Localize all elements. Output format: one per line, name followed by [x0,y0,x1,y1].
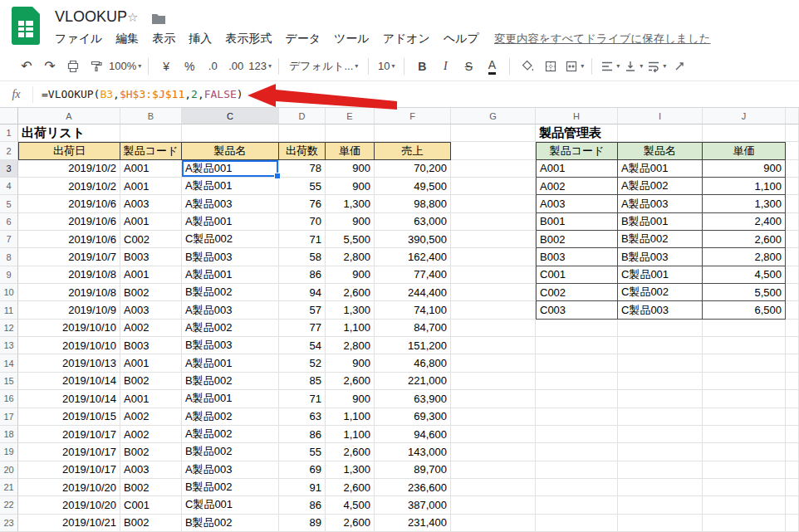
decrease-decimal-button[interactable]: .0 [202,56,223,76]
increase-decimal-button[interactable]: .00 [225,56,247,76]
cell-E14[interactable]: 900 [326,354,375,372]
fill-color-button[interactable] [517,56,538,76]
cell-I9[interactable]: C製品001 [618,266,703,284]
cell-E10[interactable]: 2,600 [326,284,375,301]
cell-A12[interactable]: 2019/10/10 [18,320,120,337]
cell-D8[interactable]: 58 [279,248,326,266]
cell-F4[interactable]: 49,500 [375,178,451,195]
cell-C6[interactable]: A製品001 [182,213,279,231]
cell-E21[interactable]: 2,600 [326,479,375,496]
cell-B23[interactable]: B002 [120,515,182,532]
cell-G1[interactable] [451,124,536,142]
row-header-21[interactable]: 21 [0,479,18,496]
cell-D2[interactable]: 出荷数 [279,142,326,159]
cell-G9[interactable] [451,266,536,284]
cell-A3[interactable]: 2019/10/2 [18,160,120,178]
cell-J10[interactable]: 5,500 [703,284,786,301]
cell-D21[interactable]: 91 [279,479,326,496]
cell-J7[interactable]: 2,600 [703,231,786,248]
cell-B8[interactable]: B003 [120,248,182,266]
cell-I12[interactable] [618,320,703,337]
cell-A5[interactable]: 2019/10/6 [18,195,120,212]
menu-edit[interactable]: 編集 [109,30,145,48]
cell-G11[interactable] [451,301,536,319]
cell-G8[interactable] [451,248,536,266]
cell-H8[interactable]: B003 [536,248,618,266]
cell-H23[interactable] [536,515,618,532]
cell-B5[interactable]: A003 [120,195,182,212]
cell-F15[interactable]: 221,000 [375,373,451,390]
cell-F23[interactable]: 231,400 [375,515,451,532]
cell-G6[interactable] [451,213,536,231]
cell-C21[interactable]: B製品002 [182,479,279,496]
cell-F1[interactable] [375,124,451,142]
cell-C19[interactable]: B製品002 [182,443,279,461]
cell-B13[interactable]: B003 [120,337,182,354]
text-color-button[interactable]: A [488,58,496,75]
cell-H1[interactable]: 製品管理表 [536,124,618,142]
cell-C17[interactable]: A製品002 [182,408,279,426]
cell-I14[interactable] [618,354,703,372]
cell-H12[interactable] [536,320,618,337]
cell-I18[interactable] [618,426,703,443]
cell-A6[interactable]: 2019/10/6 [18,213,120,231]
cell-F11[interactable]: 74,100 [375,301,451,319]
cell-I20[interactable] [618,461,703,479]
cell-F6[interactable]: 63,000 [375,213,451,231]
cell-A23[interactable]: 2019/10/21 [18,515,120,532]
cell-F3[interactable]: 70,200 [375,160,451,178]
row-header-8[interactable]: 8 [0,248,18,266]
document-title[interactable]: VLOOKUP [55,8,127,26]
cell-D13[interactable]: 54 [279,337,326,354]
star-icon[interactable]: ☆ [127,10,138,25]
menu-data[interactable]: データ [278,30,327,48]
cell-G23[interactable] [451,515,536,532]
cell-B1[interactable] [120,124,182,142]
cell-D5[interactable]: 76 [279,195,326,212]
cell-E12[interactable]: 1,100 [326,320,375,337]
cell-F19[interactable]: 143,000 [375,443,451,461]
cell-D23[interactable]: 89 [279,515,326,532]
cell-E13[interactable]: 2,800 [326,337,375,354]
cell-J22[interactable] [703,496,786,514]
print-button[interactable] [62,56,84,76]
cell-C13[interactable]: B製品003 [182,337,279,354]
column-header-D[interactable]: D [279,108,326,124]
cell-J2[interactable]: 単価 [703,142,786,159]
cell-D6[interactable]: 70 [279,213,326,231]
cell-B14[interactable]: A001 [120,354,182,372]
cell-J1[interactable] [703,124,786,142]
cell-B16[interactable]: A001 [120,390,182,408]
cell-E5[interactable]: 1,300 [326,195,375,212]
cell-C9[interactable]: A製品001 [182,266,279,284]
cell-F17[interactable]: 69,300 [375,408,451,426]
cell-D4[interactable]: 55 [279,178,326,195]
cell-H3[interactable]: A001 [536,160,618,178]
cell-A15[interactable]: 2019/10/14 [18,373,120,390]
cell-J13[interactable] [703,337,786,354]
menu-file[interactable]: ファイル [48,30,109,48]
cell-I19[interactable] [618,443,703,461]
cell-H4[interactable]: A002 [536,178,618,195]
cell-E23[interactable]: 2,600 [326,515,375,532]
cell-D14[interactable]: 52 [279,354,326,372]
cell-H16[interactable] [536,390,618,408]
cell-A9[interactable]: 2019/10/8 [18,266,120,284]
cell-D16[interactable]: 71 [279,390,326,408]
cell-F18[interactable]: 94,600 [375,426,451,443]
cell-A16[interactable]: 2019/10/14 [18,390,120,408]
cell-B19[interactable]: B002 [120,443,182,461]
cell-H10[interactable]: C002 [536,284,618,301]
cell-B11[interactable]: A003 [120,301,182,319]
cell-C14[interactable]: A製品001 [182,354,279,372]
cell-G15[interactable] [451,373,536,390]
menu-help[interactable]: ヘルプ [437,30,486,48]
cell-B4[interactable]: A001 [120,178,182,195]
cell-G14[interactable] [451,354,536,372]
cell-D17[interactable]: 63 [279,408,326,426]
cell-A21[interactable]: 2019/10/20 [18,479,120,496]
cell-I2[interactable]: 製品名 [618,142,703,159]
cell-J12[interactable] [703,320,786,337]
cell-D15[interactable]: 85 [279,373,326,390]
cell-E8[interactable]: 2,800 [326,248,375,266]
